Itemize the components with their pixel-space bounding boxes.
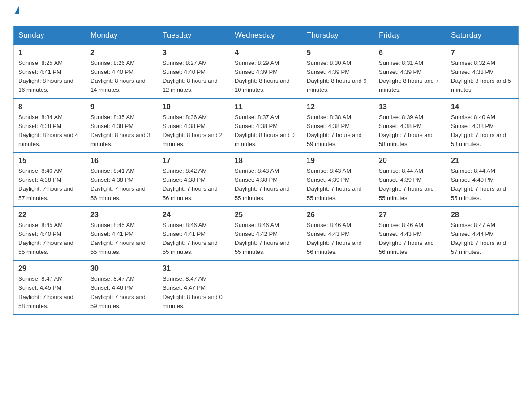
calendar-day-cell: 8 Sunrise: 8:34 AM Sunset: 4:38 PM Dayli… (14, 99, 86, 153)
day-number: 19 (307, 157, 369, 165)
day-info: Sunrise: 8:46 AM Sunset: 4:42 PM Dayligh… (235, 221, 297, 257)
calendar-day-cell: 22 Sunrise: 8:45 AM Sunset: 4:40 PM Dayl… (14, 207, 86, 261)
calendar-day-cell: 3 Sunrise: 8:27 AM Sunset: 4:40 PM Dayli… (158, 45, 230, 99)
calendar-day-cell: 27 Sunrise: 8:46 AM Sunset: 4:43 PM Dayl… (374, 207, 446, 261)
day-info: Sunrise: 8:38 AM Sunset: 4:38 PM Dayligh… (307, 113, 369, 149)
day-info: Sunrise: 8:43 AM Sunset: 4:39 PM Dayligh… (307, 167, 369, 203)
day-info: Sunrise: 8:44 AM Sunset: 4:40 PM Dayligh… (451, 167, 514, 203)
day-info: Sunrise: 8:46 AM Sunset: 4:43 PM Dayligh… (379, 221, 442, 257)
day-number: 2 (90, 49, 153, 57)
day-number: 29 (18, 265, 81, 273)
day-number: 17 (163, 157, 225, 165)
day-number: 8 (18, 103, 81, 111)
calendar-day-cell (446, 261, 519, 315)
day-info: Sunrise: 8:27 AM Sunset: 4:40 PM Dayligh… (163, 59, 225, 95)
day-number: 3 (163, 49, 225, 57)
calendar-header-row: SundayMondayTuesdayWednesdayThursdayFrid… (14, 26, 519, 45)
calendar-week-row: 15 Sunrise: 8:40 AM Sunset: 4:38 PM Dayl… (14, 153, 519, 207)
day-info: Sunrise: 8:29 AM Sunset: 4:39 PM Dayligh… (235, 59, 297, 95)
day-number: 1 (18, 49, 81, 57)
day-of-week-header: Saturday (446, 26, 519, 45)
day-info: Sunrise: 8:25 AM Sunset: 4:41 PM Dayligh… (18, 59, 81, 95)
day-number: 23 (90, 211, 153, 219)
day-info: Sunrise: 8:42 AM Sunset: 4:38 PM Dayligh… (163, 167, 225, 203)
calendar-day-cell: 15 Sunrise: 8:40 AM Sunset: 4:38 PM Dayl… (14, 153, 86, 207)
day-number: 13 (379, 103, 442, 111)
calendar-day-cell: 1 Sunrise: 8:25 AM Sunset: 4:41 PM Dayli… (14, 45, 86, 99)
day-info: Sunrise: 8:36 AM Sunset: 4:38 PM Dayligh… (163, 113, 225, 149)
day-info: Sunrise: 8:34 AM Sunset: 4:38 PM Dayligh… (18, 113, 81, 149)
calendar-day-cell: 30 Sunrise: 8:47 AM Sunset: 4:46 PM Dayl… (86, 261, 158, 315)
day-of-week-header: Monday (86, 26, 158, 45)
calendar-day-cell: 18 Sunrise: 8:43 AM Sunset: 4:38 PM Dayl… (230, 153, 302, 207)
day-info: Sunrise: 8:37 AM Sunset: 4:38 PM Dayligh… (235, 113, 297, 149)
day-number: 30 (90, 265, 153, 273)
day-of-week-header: Tuesday (158, 26, 230, 45)
day-number: 22 (18, 211, 81, 219)
calendar-day-cell: 13 Sunrise: 8:39 AM Sunset: 4:38 PM Dayl… (374, 99, 446, 153)
calendar-day-cell: 5 Sunrise: 8:30 AM Sunset: 4:39 PM Dayli… (302, 45, 374, 99)
day-number: 9 (90, 103, 153, 111)
page-header (13, 9, 519, 17)
day-number: 31 (163, 265, 225, 273)
day-number: 18 (235, 157, 297, 165)
day-number: 12 (307, 103, 369, 111)
day-number: 14 (451, 103, 514, 111)
day-info: Sunrise: 8:35 AM Sunset: 4:38 PM Dayligh… (90, 113, 153, 149)
calendar-day-cell: 28 Sunrise: 8:47 AM Sunset: 4:44 PM Dayl… (446, 207, 519, 261)
calendar-day-cell: 2 Sunrise: 8:26 AM Sunset: 4:40 PM Dayli… (86, 45, 158, 99)
day-info: Sunrise: 8:47 AM Sunset: 4:44 PM Dayligh… (451, 221, 514, 257)
calendar-day-cell: 17 Sunrise: 8:42 AM Sunset: 4:38 PM Dayl… (158, 153, 230, 207)
calendar-day-cell: 24 Sunrise: 8:46 AM Sunset: 4:41 PM Dayl… (158, 207, 230, 261)
day-number: 7 (451, 49, 514, 57)
day-info: Sunrise: 8:40 AM Sunset: 4:38 PM Dayligh… (18, 167, 81, 203)
calendar-day-cell (230, 261, 302, 315)
day-number: 4 (235, 49, 297, 57)
day-info: Sunrise: 8:45 AM Sunset: 4:40 PM Dayligh… (18, 221, 81, 257)
calendar-day-cell: 16 Sunrise: 8:41 AM Sunset: 4:38 PM Dayl… (86, 153, 158, 207)
calendar-week-row: 29 Sunrise: 8:47 AM Sunset: 4:45 PM Dayl… (14, 261, 519, 315)
day-info: Sunrise: 8:47 AM Sunset: 4:46 PM Dayligh… (90, 274, 153, 311)
day-info: Sunrise: 8:43 AM Sunset: 4:38 PM Dayligh… (235, 167, 297, 203)
calendar-day-cell: 11 Sunrise: 8:37 AM Sunset: 4:38 PM Dayl… (230, 99, 302, 153)
day-number: 6 (379, 49, 442, 57)
day-number: 16 (90, 157, 153, 165)
calendar-week-row: 1 Sunrise: 8:25 AM Sunset: 4:41 PM Dayli… (14, 45, 519, 99)
day-info: Sunrise: 8:47 AM Sunset: 4:45 PM Dayligh… (18, 274, 81, 311)
day-number: 11 (235, 103, 297, 111)
calendar-day-cell: 20 Sunrise: 8:44 AM Sunset: 4:39 PM Dayl… (374, 153, 446, 207)
calendar-day-cell: 29 Sunrise: 8:47 AM Sunset: 4:45 PM Dayl… (14, 261, 86, 315)
day-info: Sunrise: 8:31 AM Sunset: 4:39 PM Dayligh… (379, 59, 442, 95)
calendar-table: SundayMondayTuesdayWednesdayThursdayFrid… (13, 26, 519, 315)
day-number: 26 (307, 211, 369, 219)
day-of-week-header: Wednesday (230, 26, 302, 45)
calendar-day-cell: 21 Sunrise: 8:44 AM Sunset: 4:40 PM Dayl… (446, 153, 519, 207)
day-info: Sunrise: 8:46 AM Sunset: 4:41 PM Dayligh… (163, 221, 225, 257)
calendar-day-cell: 10 Sunrise: 8:36 AM Sunset: 4:38 PM Dayl… (158, 99, 230, 153)
calendar-day-cell: 14 Sunrise: 8:40 AM Sunset: 4:38 PM Dayl… (446, 99, 519, 153)
day-info: Sunrise: 8:32 AM Sunset: 4:38 PM Dayligh… (451, 59, 514, 95)
day-info: Sunrise: 8:39 AM Sunset: 4:38 PM Dayligh… (379, 113, 442, 149)
day-number: 27 (379, 211, 442, 219)
day-number: 15 (18, 157, 81, 165)
calendar-day-cell: 9 Sunrise: 8:35 AM Sunset: 4:38 PM Dayli… (86, 99, 158, 153)
day-info: Sunrise: 8:26 AM Sunset: 4:40 PM Dayligh… (90, 59, 153, 95)
day-number: 25 (235, 211, 297, 219)
day-info: Sunrise: 8:40 AM Sunset: 4:38 PM Dayligh… (451, 113, 514, 149)
logo-triangle-icon (14, 6, 19, 14)
logo (13, 9, 19, 17)
day-number: 28 (451, 211, 514, 219)
calendar-day-cell: 12 Sunrise: 8:38 AM Sunset: 4:38 PM Dayl… (302, 99, 374, 153)
day-of-week-header: Thursday (302, 26, 374, 45)
day-info: Sunrise: 8:41 AM Sunset: 4:38 PM Dayligh… (90, 167, 153, 203)
calendar-day-cell: 26 Sunrise: 8:46 AM Sunset: 4:43 PM Dayl… (302, 207, 374, 261)
calendar-day-cell: 23 Sunrise: 8:45 AM Sunset: 4:41 PM Dayl… (86, 207, 158, 261)
calendar-day-cell: 7 Sunrise: 8:32 AM Sunset: 4:38 PM Dayli… (446, 45, 519, 99)
calendar-day-cell: 4 Sunrise: 8:29 AM Sunset: 4:39 PM Dayli… (230, 45, 302, 99)
day-number: 20 (379, 157, 442, 165)
calendar-day-cell: 6 Sunrise: 8:31 AM Sunset: 4:39 PM Dayli… (374, 45, 446, 99)
day-of-week-header: Friday (374, 26, 446, 45)
day-info: Sunrise: 8:44 AM Sunset: 4:39 PM Dayligh… (379, 167, 442, 203)
calendar-day-cell: 25 Sunrise: 8:46 AM Sunset: 4:42 PM Dayl… (230, 207, 302, 261)
day-number: 5 (307, 49, 369, 57)
